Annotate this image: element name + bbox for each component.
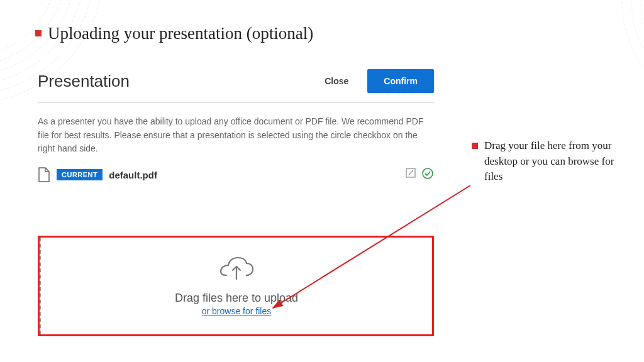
svg-point-8 [631,0,644,107]
slide-title: Uploading your presentation (optional) [48,24,313,43]
browse-files-link[interactable]: or browse for files [202,306,271,316]
file-name: default.pdf [109,170,157,180]
dialog-header: Presentation Close Confirm [38,69,434,102]
upload-cloud-icon [219,256,254,285]
selected-check-icon[interactable] [421,167,434,182]
bullet-icon [472,143,478,149]
bullet-icon [35,30,42,36]
file-row: CURRENT default.pdf [38,167,434,182]
dropzone-highlight: Drag files here to upload or browse for … [38,236,434,336]
dialog-description: As a presenter you have the ability to u… [38,115,434,156]
callout-text: Drag your file here from your desktop or… [484,138,616,185]
slide-title-row: Uploading your presentation (optional) [35,24,313,43]
svg-point-7 [641,0,644,97]
confirm-button[interactable]: Confirm [367,69,434,93]
current-badge: CURRENT [57,169,103,180]
presentation-dialog: Presentation Close Confirm As a presente… [38,69,434,182]
bg-arcs-right [518,0,644,220]
dialog-actions: Close Confirm [325,69,434,93]
document-icon [38,167,50,182]
dropzone[interactable]: Drag files here to upload or browse for … [40,238,432,334]
svg-point-9 [622,0,644,116]
file-row-actions [405,167,434,182]
drag-text: Drag files here to upload [175,292,298,305]
close-button[interactable]: Close [325,76,348,86]
dialog-title: Presentation [38,72,130,91]
svg-point-11 [423,168,433,178]
rename-icon[interactable] [405,167,418,182]
callout: Drag your file here from your desktop or… [472,138,616,185]
